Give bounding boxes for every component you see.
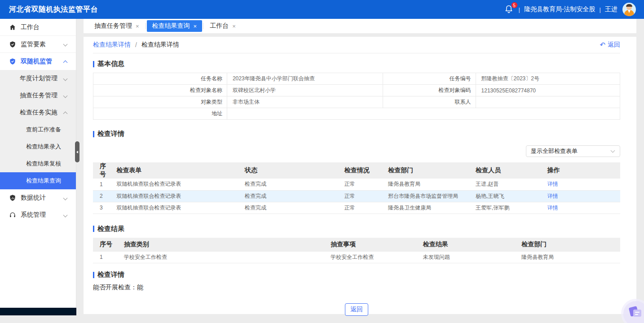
sidebar-item-result-review[interactable]: 检查结果复核 [0,155,76,172]
sidebar-collapse-handle[interactable] [75,141,79,162]
notifications-button[interactable]: 5 [504,4,515,15]
headset-icon [9,211,16,218]
table-header-row: 序号 抽查类别 抽查事项 检查结果 检查部门 [93,238,620,252]
sidebar-item-workbench[interactable]: 工作台 [0,19,76,36]
field-label: 检查对象编码 [383,85,476,96]
section-marker [93,131,94,137]
chevron-down-icon [63,213,68,217]
detail-link[interactable]: 详情 [547,205,558,211]
chevron-down-icon [63,196,68,200]
section-marker [93,226,94,232]
table-row: 1 双随机抽查联合检查记录表 检查完成 正常 隆尧县教育局 王进,赵普 详情 [93,179,620,190]
cell-seq: 2 [93,190,113,202]
sidebar-item-task-implementation[interactable]: 检查任务实施 [0,104,76,121]
cell-status: 检查完成 [241,202,341,214]
cell-seq: 1 [93,179,113,190]
cell-dept: 隆尧县教育局 [384,179,472,190]
back-arrow-icon: ↶ [600,41,605,49]
cell-dept: 隆尧县卫生健康局 [384,202,472,214]
form-filter-select[interactable]: 显示全部检查表单 [526,145,620,157]
tab-label: 抽查任务管理 [94,22,132,30]
field-value: 非市场主体 [227,96,383,108]
table-row: 任务名称 2023年隆尧县中小学部门联合抽查 任务编号 邢隆教抽查〔2023〕2… [93,73,620,85]
field-value [476,96,620,108]
tab-workbench[interactable]: 工作台 × [204,20,241,32]
field-label: 任务名称 [93,73,227,85]
cell-dept: 邢台市隆尧县市场监督管理局 [384,190,472,202]
sidebar-item-result-entry[interactable]: 检查结果录入 [0,138,76,155]
section-marker [93,272,94,278]
tab-result-query[interactable]: 检查结果查询 × [147,20,203,32]
cell-category: 学校安全工作检查 [120,252,327,263]
cell-situation: 正常 [341,202,384,214]
cell-form: 双随机抽查联合检查记录表 [113,202,241,214]
sidebar-item-task-management[interactable]: 抽查任务管理 [0,87,76,104]
table-row: 检查对象名称 双碑校区北村小学 检查对象编码 12130525E08277487… [93,85,620,96]
org-name: 隆尧县教育局-法制安全股 [524,5,595,13]
app-root: 河北省双随机执法监管平台 5 | 隆尧县教育局-法制安全股 | 王进 [0,0,644,323]
cell-dept: 隆尧县教育局 [518,252,620,263]
sidebar-item-label: 检查任务实施 [20,109,57,117]
home-icon [9,24,16,31]
tab-task-management[interactable]: 抽查任务管理 × [89,20,145,32]
sidebar-item-label: 年度计划管理 [20,74,57,83]
selected-value: 显示全部检查表单 [531,147,611,155]
notification-badge: 5 [511,2,518,9]
sidebar-item-label: 监管要素 [21,40,46,48]
chevron-up-icon [63,60,68,65]
bell-icon [504,8,514,15]
close-icon[interactable]: × [194,23,197,29]
chevron-down-icon [611,148,615,153]
cell-seq: 3 [93,202,113,214]
sidebar-item-system-management[interactable]: 系统管理 [0,206,76,223]
collapse-arrow-icon [76,151,78,153]
cell-item: 学校安全工作检查 [327,252,419,263]
sidebar-item-pre-work[interactable]: 查前工作准备 [0,121,76,138]
section-inspection-detail: 检查详情 [93,130,620,138]
sidebar-item-label: 数据统计 [21,194,46,202]
table-row: 2 双随机抽查联合检查记录表 检查完成 正常 邢台市隆尧县市场监督管理局 杨艳,… [93,190,620,202]
back-link[interactable]: ↶ 返回 [600,41,620,49]
documents-icon-front [633,310,641,317]
close-icon[interactable]: × [232,23,236,29]
icon-text-line [635,312,640,313]
close-icon[interactable]: × [136,23,139,29]
section-title-text: 检查详情 [97,271,124,279]
section-title-text: 检查结果 [97,225,124,233]
section-inspection-result: 检查结果 [93,225,620,233]
field-value: 2023年隆尧县中小学部门联合抽查 [227,73,383,85]
sidebar-item-label: 抽查任务管理 [20,92,57,100]
cell-status: 检查完成 [241,190,341,202]
return-button[interactable]: 返回 [345,303,368,316]
cell-situation: 正常 [341,190,384,202]
sidebar: 工作台 监管要素 双随机监管 年度计划管理 抽查任务管理 [0,19,76,315]
column-header: 序号 [93,238,120,252]
avatar[interactable] [622,3,636,16]
sidebar-item-double-random[interactable]: 双随机监管 [0,53,76,70]
cell-personnel: 王进,赵普 [472,179,544,190]
shield-icon [9,41,16,48]
column-header: 操作 [544,162,620,179]
header-separator: | [519,6,520,13]
sidebar-item-result-query[interactable]: 检查结果查询 [0,172,76,189]
cell-situation: 正常 [341,179,384,190]
detail-link[interactable]: 详情 [547,181,558,187]
breadcrumb-separator: / [135,41,137,48]
tab-separator [203,23,203,29]
user-name[interactable]: 王进 [605,5,618,13]
top-header: 河北省双随机执法监管平台 5 | 隆尧县教育局-法制安全股 | 王进 [0,0,644,19]
filter-row: 显示全部检查表单 [93,145,620,157]
breadcrumb-current: 检查结果详情 [141,41,179,49]
field-label: 对象类型 [93,96,227,108]
cell-form: 双随机抽查联合检查记录表 [113,179,241,190]
field-label: 联系人 [383,96,476,108]
section-marker [93,61,94,67]
sidebar-item-supervision-elements[interactable]: 监管要素 [0,36,76,53]
sidebar-item-data-statistics[interactable]: 数据统计 [0,189,76,206]
breadcrumb-parent[interactable]: 检查结果详情 [93,41,131,49]
header-separator-2: | [600,6,601,13]
section-title-text: 检查详情 [97,130,124,138]
sidebar-item-annual-plan[interactable]: 年度计划管理 [0,70,76,87]
column-header: 检查人员 [472,162,544,179]
detail-link[interactable]: 详情 [547,193,558,199]
